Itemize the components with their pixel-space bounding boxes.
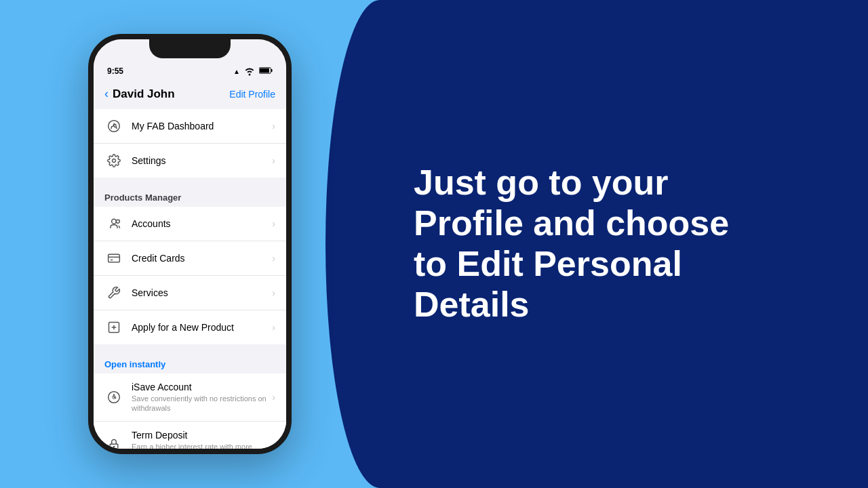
header-left: ‹ David John bbox=[104, 87, 175, 101]
dashboard-icon bbox=[104, 117, 123, 136]
wifi-icon bbox=[243, 64, 256, 79]
menu-item-services[interactable]: Services › bbox=[94, 276, 286, 310]
open-instantly-label: Open instantly bbox=[94, 350, 286, 373]
menu-item-isave[interactable]: iSave Account Save conveniently with no … bbox=[94, 373, 286, 422]
svg-point-16 bbox=[113, 447, 115, 448]
credit-cards-chevron: › bbox=[272, 253, 275, 264]
headline-line2: Profile and choose bbox=[414, 203, 729, 243]
accounts-label: Accounts bbox=[132, 218, 171, 229]
svg-point-5 bbox=[112, 219, 117, 224]
profile-header: ‹ David John Edit Profile bbox=[94, 81, 286, 109]
open-instantly-section: iSave Account Save conveniently with no … bbox=[94, 373, 286, 449]
battery-icon bbox=[259, 64, 273, 79]
products-manager-section: Accounts › Credit Cards bbox=[94, 207, 286, 344]
settings-icon bbox=[104, 151, 123, 170]
services-chevron: › bbox=[272, 287, 275, 298]
services-label: Services bbox=[132, 287, 168, 298]
isave-chevron: › bbox=[272, 392, 275, 403]
menu-item-accounts[interactable]: Accounts › bbox=[94, 207, 286, 241]
back-button[interactable]: ‹ bbox=[104, 87, 108, 101]
phone-screen: 9:55 ▲ ‹ David John Edit Profile bbox=[94, 39, 286, 449]
user-name: David John bbox=[113, 87, 175, 101]
dashboard-chevron: › bbox=[272, 121, 275, 131]
term-deposit-subtitle: Earn a higher interest rate with more be… bbox=[132, 442, 272, 449]
services-label-container: Services bbox=[132, 287, 272, 299]
headline-line3: to Edit Personal bbox=[414, 244, 682, 283]
headline-text: Just go to your Profile and choose to Ed… bbox=[414, 163, 729, 325]
credit-cards-label-container: Credit Cards bbox=[132, 252, 272, 264]
settings-label: Settings bbox=[132, 155, 166, 166]
apply-label: Apply for a New Product bbox=[132, 322, 234, 333]
term-deposit-icon bbox=[104, 435, 123, 449]
products-manager-label: Products Manager bbox=[94, 183, 286, 207]
headline-line1: Just go to your bbox=[414, 163, 669, 202]
accounts-chevron: › bbox=[272, 218, 275, 229]
phone-mockup: 9:55 ▲ ‹ David John Edit Profile bbox=[88, 34, 292, 454]
apply-label-container: Apply for a New Product bbox=[132, 321, 272, 333]
accounts-label-container: Accounts bbox=[132, 218, 272, 230]
menu-item-dashboard[interactable]: My FAB Dashboard › bbox=[94, 109, 286, 144]
dashboard-label-container: My FAB Dashboard bbox=[132, 120, 272, 132]
apply-icon bbox=[104, 318, 123, 337]
dashboard-label: My FAB Dashboard bbox=[132, 121, 214, 131]
accounts-icon bbox=[104, 214, 123, 233]
isave-subtitle: Save conveniently with no restrictions o… bbox=[132, 394, 272, 413]
credit-cards-label: Credit Cards bbox=[132, 253, 185, 264]
menu-item-credit-cards[interactable]: Credit Cards › bbox=[94, 241, 286, 276]
apply-chevron: › bbox=[272, 322, 275, 333]
svg-rect-7 bbox=[108, 254, 120, 262]
svg-rect-2 bbox=[260, 68, 269, 73]
right-panel: Just go to your Profile and choose to Ed… bbox=[380, 0, 868, 488]
credit-cards-icon bbox=[104, 249, 123, 268]
svg-point-6 bbox=[116, 220, 119, 223]
menu-item-settings[interactable]: Settings › bbox=[94, 144, 286, 178]
signal-icon: ▲ bbox=[233, 68, 240, 75]
status-icons: ▲ bbox=[233, 64, 273, 79]
isave-label: iSave Account bbox=[132, 382, 192, 392]
settings-chevron: › bbox=[272, 155, 275, 166]
menu-item-apply[interactable]: Apply for a New Product › bbox=[94, 310, 286, 344]
svg-point-4 bbox=[113, 159, 116, 163]
svg-rect-1 bbox=[271, 69, 273, 72]
phone-notch bbox=[149, 39, 231, 58]
term-deposit-content: Term Deposit Earn a higher interest rate… bbox=[132, 429, 272, 449]
status-bar: 9:55 ▲ bbox=[94, 58, 286, 81]
left-panel: 9:55 ▲ ‹ David John Edit Profile bbox=[0, 0, 380, 488]
edit-profile-button[interactable]: Edit Profile bbox=[229, 89, 275, 100]
isave-content: iSave Account Save conveniently with no … bbox=[132, 381, 272, 413]
menu-item-term-deposit[interactable]: Term Deposit Earn a higher interest rate… bbox=[94, 422, 286, 449]
headline-line4: Details bbox=[414, 285, 530, 324]
services-icon bbox=[104, 283, 123, 302]
isave-icon bbox=[104, 388, 123, 407]
settings-label-container: Settings bbox=[132, 155, 272, 167]
status-time: 9:55 bbox=[107, 66, 123, 76]
term-deposit-label: Term Deposit bbox=[132, 430, 187, 441]
term-deposit-chevron: › bbox=[272, 439, 275, 449]
top-menu-section: My FAB Dashboard › Settings › bbox=[94, 109, 286, 178]
